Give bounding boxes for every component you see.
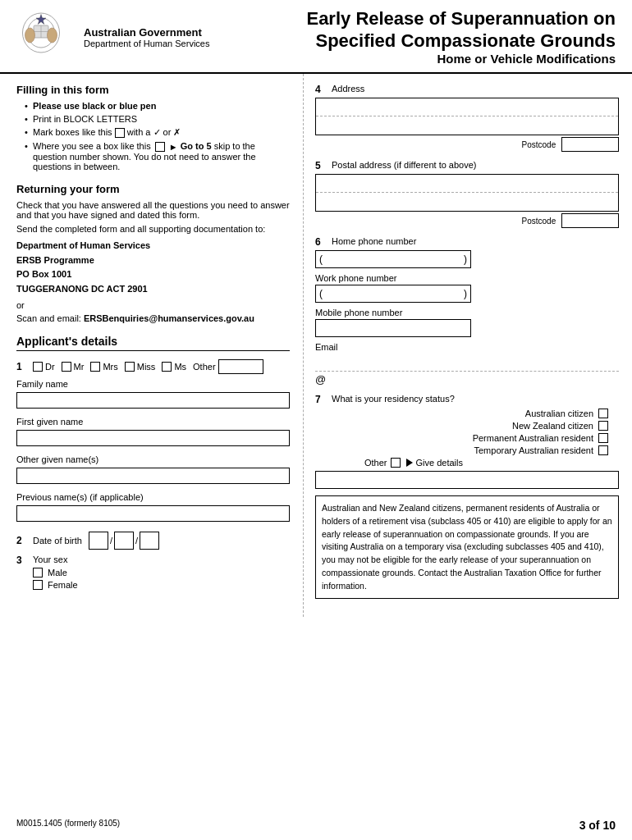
dr-checkbox[interactable]	[33, 362, 43, 372]
dept-title: Department of Human Services	[84, 39, 209, 48]
q5-row: 5 Postal address (if different to above)	[315, 160, 619, 171]
aus-citizen-label: Australian citizen	[525, 409, 593, 418]
give-details-input[interactable]	[315, 471, 619, 489]
sex-label: Your sex	[33, 555, 78, 564]
home-phone-label: Home phone number	[332, 236, 416, 246]
info-text: Australian and New Zealand citizens, per…	[322, 503, 612, 591]
postcode-row2: Postcode	[315, 213, 619, 228]
title-mrs: Mrs	[90, 362, 117, 372]
male-checkbox[interactable]	[33, 568, 43, 578]
nz-citizen-checkbox[interactable]	[598, 421, 608, 431]
q2-row: 2 Date of birth / /	[16, 532, 290, 550]
or-text: or	[16, 300, 290, 310]
home-phone-box: ( )	[315, 250, 471, 268]
perm-resident-label: Permanent Australian resident	[473, 433, 593, 443]
returning-title: Returning your form	[16, 183, 290, 195]
perm-resident-checkbox[interactable]	[598, 433, 608, 443]
give-details-arrow	[406, 459, 413, 467]
other-title-input[interactable]	[218, 359, 263, 374]
q1-number: 1	[16, 361, 28, 372]
email-input[interactable]	[315, 354, 619, 372]
bullet-2: Print in BLOCK LETTERS	[25, 114, 290, 124]
q5-number: 5	[315, 160, 327, 171]
page-number: 3 of 10	[579, 819, 616, 832]
main-content: Filling in this form Please use black or…	[0, 74, 632, 617]
svg-marker-7	[36, 15, 46, 25]
info-box: Australian and New Zealand citizens, per…	[315, 495, 619, 599]
family-name-input[interactable]	[16, 392, 290, 409]
svg-point-6	[48, 28, 57, 43]
previous-name-input[interactable]	[16, 505, 290, 522]
title-ms: Ms	[162, 362, 186, 372]
male-row: Male	[33, 568, 78, 578]
mrs-checkbox[interactable]	[90, 362, 100, 372]
other-residency-row: Other Give details	[364, 458, 619, 468]
first-given-label: First given name	[16, 417, 290, 427]
form-title-block: Early Release of Superannuation on Speci…	[234, 8, 616, 66]
male-label: Male	[48, 568, 67, 578]
nz-citizen-label: New Zealand citizen	[512, 421, 593, 431]
first-given-input[interactable]	[16, 430, 290, 446]
svg-point-5	[25, 28, 35, 43]
home-phone-input[interactable]	[326, 252, 462, 267]
applicant-title: Applicant's details	[16, 335, 290, 351]
bullet-4: Where you see a box like this ► Go to 5 …	[25, 141, 290, 171]
form-sub-title: Home or Vehicle Modifications	[234, 52, 616, 66]
mr-checkbox[interactable]	[62, 362, 71, 372]
applicant-section: Applicant's details 1 Dr Mr Mrs	[16, 335, 290, 590]
postcode-input2[interactable]	[561, 213, 619, 228]
postcode-label1: Postcode	[522, 140, 556, 149]
work-phone-paren-close: )	[464, 288, 467, 299]
q6-section: 6 Home phone number ( ) Work phone numbe…	[315, 236, 619, 386]
address-line1-input[interactable]	[316, 98, 618, 116]
ms-checkbox[interactable]	[162, 362, 172, 372]
at-symbol: @	[315, 373, 619, 386]
postcode-input1[interactable]	[561, 137, 619, 152]
right-column: 4 Address Postcode 5 Postal address (if …	[304, 74, 632, 617]
bullet-1: Please use black or blue pen	[25, 101, 290, 111]
q7-row: 7 What is your residency status?	[315, 394, 619, 405]
home-phone-paren-open: (	[319, 253, 323, 265]
address-line2-input[interactable]	[316, 116, 618, 135]
mobile-label: Mobile phone number	[315, 308, 619, 317]
work-phone-label: Work phone number	[315, 273, 619, 283]
dob-dd[interactable]	[89, 532, 108, 550]
other-residency-checkbox[interactable]	[391, 458, 401, 468]
q7-number: 7	[315, 394, 327, 405]
home-phone-paren-close: )	[464, 253, 467, 265]
title-mr: Mr	[62, 362, 85, 372]
other-given-label: Other given name(s)	[16, 454, 290, 464]
returning-text2: Send the completed form and all supporti…	[16, 224, 290, 234]
mobile-input[interactable]	[315, 319, 471, 337]
q3-row: 3 Your sex Male Female	[16, 555, 290, 590]
dob-sep1: /	[110, 536, 112, 546]
postal-line2-input[interactable]	[316, 193, 618, 211]
female-row: Female	[33, 580, 78, 590]
female-checkbox[interactable]	[33, 580, 43, 590]
filling-title: Filling in this form	[16, 84, 290, 96]
mailing-address: Department of Human Services ERSB Progra…	[16, 239, 290, 296]
filling-section: Filling in this form Please use black or…	[16, 84, 290, 171]
temp-resident-checkbox[interactable]	[598, 445, 608, 455]
page-footer: M0015.1405 (formerly 8105) 3 of 10	[0, 819, 632, 832]
q7-section: 7 What is your residency status? Austral…	[315, 394, 619, 599]
addr-line2: ERSB Programme	[16, 253, 290, 268]
temp-resident-row: Temporary Australian resident	[315, 445, 611, 455]
address-label: Address	[332, 84, 364, 94]
q4-section: 4 Address Postcode	[315, 84, 619, 152]
aus-citizen-checkbox[interactable]	[598, 409, 608, 418]
dob-input-group: / /	[89, 532, 159, 550]
government-crest	[16, 8, 74, 66]
dob-mm[interactable]	[114, 532, 134, 550]
work-phone-input[interactable]	[326, 286, 462, 301]
gov-title: Australian Government	[84, 26, 209, 39]
addr-line4: TUGGERANONG DC ACT 2901	[16, 282, 290, 297]
postal-line1-input[interactable]	[316, 175, 618, 193]
other-given-input[interactable]	[16, 468, 290, 484]
dob-yyyy[interactable]	[140, 532, 159, 550]
family-name-label: Family name	[16, 379, 290, 389]
addr-line3: PO Box 1001	[16, 267, 290, 282]
filling-list: Please use black or blue pen Print in BL…	[16, 101, 290, 171]
email-label: Email	[315, 342, 619, 352]
miss-checkbox[interactable]	[125, 362, 135, 372]
